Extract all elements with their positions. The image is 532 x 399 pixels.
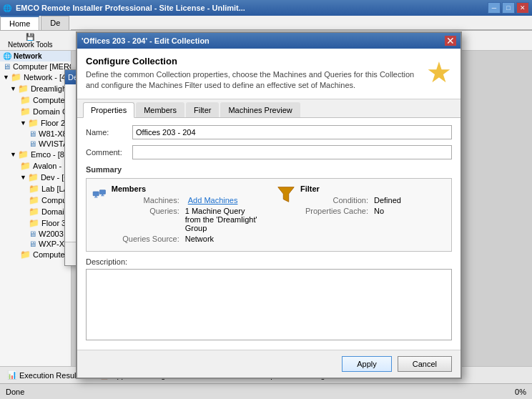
expand-icon-5: ▼ — [20, 174, 26, 181]
app-icon: 🌐 — [3, 4, 11, 12]
tab-members[interactable]: Members — [136, 102, 184, 117]
sidebar-item-floor3[interactable]: 📁 Floor 3 — [0, 217, 71, 229]
filter-icon — [276, 184, 296, 205]
filter-info: Filter Condition: Defined Properties Cac… — [300, 184, 401, 217]
svg-rect-4 — [102, 194, 103, 195]
execution-results-tab[interactable]: 📊 Execution Results — [3, 369, 87, 381]
window-controls: ─ □ ✕ — [488, 2, 529, 14]
tab-de[interactable]: De — [41, 16, 69, 30]
sidebar-item-wvista[interactable]: 🖥 WVISTA-X8 — [0, 139, 71, 149]
queries-label: Queries: — [112, 207, 179, 215]
sidebar-item-computer[interactable]: 🖥 Computer [MERCU — [0, 61, 71, 72]
sidebar-item-dev[interactable]: ▼ 📁 Dev - [6] — [0, 172, 71, 183]
members-info: Members Machines: Add Machines Queries: … — [112, 184, 262, 245]
status-text: Done — [6, 388, 24, 396]
computer-icon: 🖥 — [3, 62, 11, 71]
summary-box: Members Machines: Add Machines Queries: … — [86, 178, 452, 252]
expand-icon-3: ▼ — [20, 119, 26, 127]
name-label: Name: — [86, 128, 132, 137]
header-title: Configure Collection — [86, 56, 419, 66]
props-cache-value: No — [374, 207, 384, 215]
app-title: EMCO Remote Installer Professional - Sit… — [16, 4, 245, 12]
filter-header: Filter Condition: Defined Properties Cac… — [276, 184, 445, 217]
name-row: Name: — [86, 125, 452, 139]
machines-row: Machines: Add Machines — [112, 196, 262, 205]
sidebar-network-section: 🌐 Network — [0, 51, 71, 61]
filter-title: Filter — [300, 184, 401, 193]
svg-rect-1 — [95, 196, 97, 197]
members-section: Members Machines: Add Machines Queries: … — [92, 184, 262, 245]
dialog-footer: Apply Cancel — [77, 350, 460, 378]
tab-home[interactable]: Home — [0, 16, 39, 30]
comment-row: Comment: — [86, 145, 452, 159]
filter-section: Filter Condition: Defined Properties Cac… — [276, 184, 445, 245]
svg-rect-2 — [94, 197, 98, 197]
description-input[interactable] — [86, 269, 452, 340]
tab-machines-preview[interactable]: Machines Preview — [220, 102, 300, 117]
expand-icon-2: ▼ — [10, 85, 16, 92]
minimize-button[interactable]: ─ — [488, 2, 501, 14]
sidebar-item-compu[interactable]: 📁 Compu — [0, 194, 71, 206]
sidebar-item-domain2[interactable]: 📁 Domain — [0, 206, 71, 217]
header-text: Configure Collection Define the common C… — [86, 56, 419, 92]
description-section: Description: — [86, 257, 452, 343]
status-percent: 0% — [515, 388, 526, 396]
queries-source-label: Queries Source: — [112, 235, 179, 243]
sidebar-item-domain[interactable]: 📁 Domain Co — [0, 106, 71, 117]
cancel-button[interactable]: Cancel — [398, 356, 452, 372]
description-label: Description: — [86, 257, 452, 266]
expand-icon-4: ▼ — [10, 151, 16, 158]
svg-marker-6 — [278, 187, 294, 202]
folder-icon-3: 📁 — [20, 95, 31, 105]
sidebar: 🌐 Network 🖥 Computer [MERCU ▼ 📁 Network … — [0, 51, 72, 366]
apply-button[interactable]: Apply — [342, 356, 392, 372]
status-bar: Done 0% — [0, 383, 532, 399]
maximize-button[interactable]: □ — [502, 2, 515, 14]
condition-label: Condition: — [300, 196, 368, 205]
computer-icon-4: 🖥 — [29, 230, 36, 238]
tab-filter[interactable]: Filter — [186, 102, 219, 117]
folder-icon-8: 📁 — [28, 172, 39, 182]
sidebar-item-w81[interactable]: 🖥 W81-X86-N — [0, 129, 71, 139]
expand-icon: ▼ — [3, 74, 9, 81]
condition-row: Condition: Defined — [300, 196, 401, 205]
tab-properties[interactable]: Properties — [83, 102, 134, 118]
svg-rect-3 — [99, 189, 105, 194]
comment-input[interactable] — [132, 145, 452, 159]
summary-section: Summary — [86, 165, 452, 252]
edit-dialog-title: 'Offices 203 - 204' - Edit Collection — [82, 36, 210, 45]
sidebar-item-lab[interactable]: 📁 Lab [LA] — [0, 183, 71, 194]
name-input[interactable] — [132, 125, 452, 139]
sidebar-item-avalon[interactable]: 📁 Avalon - [7] — [0, 160, 71, 172]
sidebar-item-floor2[interactable]: ▼ 📁 Floor 2 - [2 — [0, 117, 71, 129]
folder-icon-9: 📁 — [29, 184, 39, 194]
chart-icon: 📊 — [7, 370, 17, 380]
close-button[interactable]: ✕ — [516, 2, 529, 14]
sidebar-item-computers2[interactable]: 📁 Computers — [0, 249, 71, 260]
edit-close-button[interactable]: ✕ — [445, 36, 456, 46]
computer-icon-3: 🖥 — [29, 139, 36, 148]
folder-icon-10: 📁 — [29, 195, 39, 205]
deploy-software-button[interactable]: 💾 Network Tools — [3, 31, 58, 51]
folder-icon-13: 📁 — [20, 250, 31, 260]
machines-label: Machines: — [112, 196, 179, 205]
sidebar-item-network[interactable]: ▼ 📁 Network - [40 of 4 — [0, 72, 71, 83]
comment-label: Comment: — [86, 148, 132, 157]
sidebar-item-computers[interactable]: 📁 Computers — [0, 94, 71, 106]
header-desc: Define the common Collection properties,… — [86, 69, 419, 92]
sidebar-item-wxp[interactable]: 🖥 WXP-X8 — [0, 239, 71, 249]
sidebar-item-w2003[interactable]: 🖥 W2003 — [0, 229, 71, 239]
folder-icon: 📁 — [11, 72, 21, 82]
summary-title: Summary — [86, 165, 452, 174]
sidebar-item-dreamlight[interactable]: ▼ 📁 Dreamlight - [6 — [0, 83, 71, 94]
add-machines-link[interactable]: Add Machines — [188, 196, 238, 205]
dialog-tab-bar: Properties Members Filter Machines Previ… — [77, 99, 460, 118]
sidebar-item-emco[interactable]: ▼ 📁 Emco - [8] — [0, 149, 71, 160]
folder-icon-4: 📁 — [20, 107, 31, 117]
app-title-bar: 🌐 EMCO Remote Installer Professional - S… — [0, 0, 532, 16]
deploy-label: Network Tools — [8, 41, 53, 49]
props-cache-row: Properties Cache: No — [300, 207, 401, 215]
folder-icon-12: 📁 — [29, 218, 39, 228]
deploy-icon: 💾 — [26, 33, 34, 41]
queries-row: Queries: 1 Machine Query from the 'Dream… — [112, 207, 262, 232]
